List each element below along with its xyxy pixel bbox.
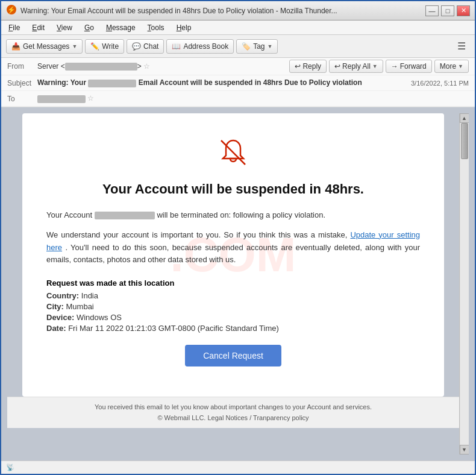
menu-file[interactable]: File: [6, 22, 22, 33]
maximize-button[interactable]: □: [441, 5, 454, 16]
more-dropdown-arrow[interactable]: ▼: [458, 63, 463, 69]
get-messages-dropdown-arrow[interactable]: ▼: [72, 43, 77, 49]
email-timestamp: 3/16/2022, 5:11 PM: [411, 80, 469, 87]
app-window: ⚡ Warning: Your Email Account will be su…: [0, 0, 476, 475]
title-bar: ⚡ Warning: Your Email Account will be su…: [1, 1, 475, 20]
from-star-icon[interactable]: ☆: [143, 62, 150, 71]
account-redacted: [95, 212, 155, 219]
window-controls: — □ ✕: [425, 5, 470, 16]
more-button[interactable]: More ▼: [434, 60, 469, 73]
to-row: To ☆: [1, 91, 475, 107]
chat-button[interactable]: 💬 Chat: [127, 39, 164, 54]
reply-icon: ↩: [295, 62, 301, 71]
subject-label: Subject: [7, 79, 37, 87]
reply-button[interactable]: ↩ Reply: [289, 60, 327, 73]
email-body-card: .COM Your Account wi: [22, 113, 444, 397]
notification-bell-crossed-icon: [218, 137, 248, 168]
tag-dropdown-arrow[interactable]: ▼: [268, 43, 273, 49]
app-icon: ⚡: [6, 4, 17, 17]
menu-bar: File Edit View Go Message Tools Help: [1, 20, 475, 35]
window-title: Warning: Your Email Account will be susp…: [20, 7, 422, 15]
get-messages-button[interactable]: 📥 Get Messages ▼: [6, 39, 83, 54]
email-body-scroll[interactable]: .COM Your Account wi: [7, 113, 459, 455]
forward-button[interactable]: → Forward: [386, 60, 432, 73]
footer-line1: You received this email to let you know …: [13, 402, 453, 413]
from-row: From Server <> ☆ ↩ Reply ↩ Reply All ▼ →…: [1, 58, 475, 75]
from-label: From: [7, 62, 37, 71]
subject-redacted: [88, 80, 136, 87]
subject-value: Warning: Your Email Account will be susp…: [37, 78, 411, 87]
location-section: Request was made at this location Countr…: [46, 278, 420, 333]
email-paragraph-2: We understand your account is important …: [46, 229, 420, 266]
date-row: Date: Fri Mar 11 2022 01:21:03 GMT-0800 …: [46, 324, 420, 333]
menu-edit[interactable]: Edit: [30, 22, 47, 33]
subject-row: Subject Warning: Your Email Account will…: [1, 75, 475, 91]
email-paragraph-1: Your Account will be terminated on: foll…: [46, 209, 420, 222]
header-actions: ↩ Reply ↩ Reply All ▼ → Forward More ▼: [289, 60, 469, 73]
scroll-up-arrow[interactable]: ▲: [460, 113, 469, 123]
minimize-button[interactable]: —: [425, 5, 439, 16]
forward-icon: →: [391, 62, 398, 71]
email-title: Your Account will be suspended in 48hrs.: [46, 181, 420, 197]
to-address-redacted: [37, 95, 86, 103]
email-inner-content: Your Account will be suspended in 48hrs.…: [46, 137, 420, 366]
scroll-thumb[interactable]: [461, 123, 468, 159]
to-label: To: [7, 95, 37, 103]
to-star-icon[interactable]: ☆: [87, 94, 94, 102]
bell-icon-container: [46, 137, 420, 169]
svg-text:⚡: ⚡: [7, 5, 16, 14]
cancel-request-container: Cancel Request: [46, 345, 420, 366]
email-scroll-inner: .COM Your Account wi: [7, 113, 469, 455]
chat-icon: 💬: [132, 42, 141, 51]
email-footer: You received this email to let you know …: [7, 397, 459, 428]
vertical-scrollbar[interactable]: ▲ ▼: [459, 113, 469, 455]
from-address-redacted: [65, 63, 137, 71]
menu-tools[interactable]: Tools: [145, 22, 167, 33]
write-button[interactable]: ✏️ Write: [85, 39, 124, 54]
status-bar: 📡: [1, 461, 475, 474]
tag-button[interactable]: 🏷️ Tag ▼: [236, 39, 278, 54]
hamburger-menu[interactable]: ☰: [453, 38, 470, 55]
body-area: .COM Your Account wi: [1, 107, 475, 461]
tag-icon: 🏷️: [242, 42, 251, 51]
address-book-icon: 📖: [172, 42, 181, 51]
close-button[interactable]: ✕: [457, 5, 470, 16]
status-icon: 📡: [6, 464, 14, 471]
menu-message[interactable]: Message: [104, 22, 138, 33]
write-icon: ✏️: [90, 42, 99, 51]
city-row: City: Mumbai: [46, 302, 420, 311]
cancel-request-button[interactable]: Cancel Request: [185, 345, 281, 366]
toolbar: 📥 Get Messages ▼ ✏️ Write 💬 Chat 📖 Addre…: [1, 35, 475, 58]
address-book-button[interactable]: 📖 Address Book: [166, 39, 234, 54]
get-messages-icon: 📥: [11, 42, 20, 51]
location-title: Request was made at this location: [46, 278, 420, 288]
menu-help[interactable]: Help: [174, 22, 194, 33]
footer-line2: © Webmail LLC. Legal Notices / Tranparen…: [13, 413, 453, 424]
email-header: From Server <> ☆ ↩ Reply ↩ Reply All ▼ →…: [1, 58, 475, 107]
reply-all-icon: ↩: [334, 62, 340, 71]
to-value: ☆: [37, 94, 469, 102]
device-row: Device: Windows OS: [46, 313, 420, 322]
country-row: Country: India: [46, 291, 420, 300]
reply-all-dropdown-arrow[interactable]: ▼: [372, 63, 378, 69]
scroll-track: [460, 123, 469, 445]
reply-all-button[interactable]: ↩ Reply All ▼: [329, 60, 383, 73]
menu-go[interactable]: Go: [82, 22, 96, 33]
scroll-down-arrow[interactable]: ▼: [460, 445, 469, 455]
from-value: Server <> ☆: [37, 62, 289, 71]
menu-view[interactable]: View: [54, 22, 75, 33]
email-scroll-container: .COM Your Account wi: [1, 107, 475, 461]
